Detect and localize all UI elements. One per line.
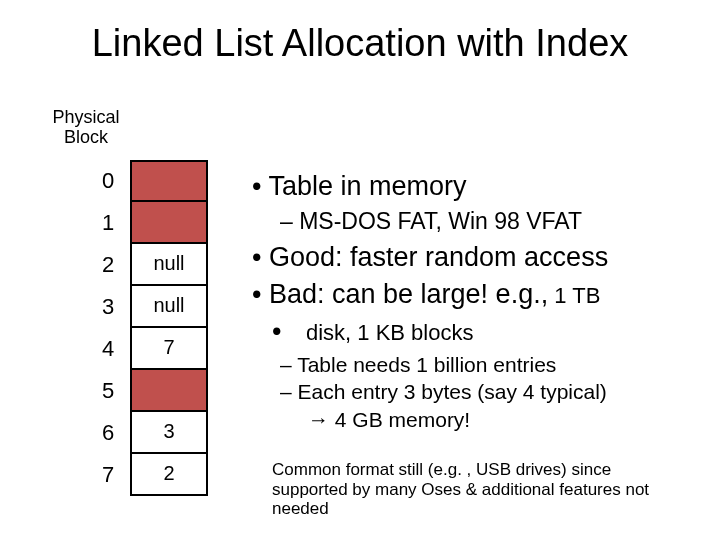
table-row: 3null	[86, 286, 208, 328]
physical-block-label-line1: Physical	[52, 107, 119, 127]
row-value: 7	[130, 328, 208, 370]
index-table: 0 1 2null 3null 47 5 63 72	[86, 160, 208, 496]
physical-block-label: Physical Block	[46, 108, 126, 148]
bullet-3-sub2-cont: → 4 GB memory!	[308, 407, 692, 433]
table-row: 47	[86, 328, 208, 370]
row-index: 0	[86, 160, 130, 202]
bullet-2: Good: faster random access	[252, 241, 692, 274]
row-value	[130, 370, 208, 412]
row-index: 3	[86, 286, 130, 328]
row-value	[130, 160, 208, 202]
row-value: 3	[130, 412, 208, 454]
row-index: 7	[86, 454, 130, 496]
row-value: null	[130, 244, 208, 286]
row-index: 5	[86, 370, 130, 412]
bullet-3-cont: • disk, 1 KB blocks	[272, 315, 692, 348]
table-row: 1	[86, 202, 208, 244]
footnote: Common format still (e.g. , USB drives) …	[272, 460, 682, 519]
bullet-3-sub2: Each entry 3 bytes (say 4 typical)	[280, 379, 692, 405]
table-row: 2null	[86, 244, 208, 286]
bullet-3-sub1: Table needs 1 billion entries	[280, 352, 692, 378]
bullet-3-sub2-cont-text: 4 GB memory!	[335, 408, 470, 431]
row-index: 1	[86, 202, 130, 244]
row-value: null	[130, 286, 208, 328]
table-row: 5	[86, 370, 208, 412]
slide-title: Linked List Allocation with Index	[0, 22, 720, 65]
bullet-1-sub: MS-DOS FAT, Win 98 VFAT	[280, 207, 692, 235]
bullet-3: Bad: can be large! e.g., 1 TB	[252, 278, 692, 311]
row-value	[130, 202, 208, 244]
row-index: 2	[86, 244, 130, 286]
table-row: 63	[86, 412, 208, 454]
bullet-3-text-a: Bad: can be large! e.g.,	[269, 279, 548, 309]
table-row: 72	[86, 454, 208, 496]
bullet-3-cont-text: disk, 1 KB blocks	[306, 320, 474, 345]
physical-block-label-line2: Block	[64, 127, 108, 147]
row-index: 4	[86, 328, 130, 370]
arrow-icon: →	[308, 408, 335, 431]
row-value: 2	[130, 454, 208, 496]
bullet-3-text-b: 1 TB	[548, 283, 600, 308]
bullet-1: Table in memory	[252, 170, 692, 203]
table-row: 0	[86, 160, 208, 202]
bullet-list: Table in memory MS-DOS FAT, Win 98 VFAT …	[252, 170, 692, 433]
row-index: 6	[86, 412, 130, 454]
